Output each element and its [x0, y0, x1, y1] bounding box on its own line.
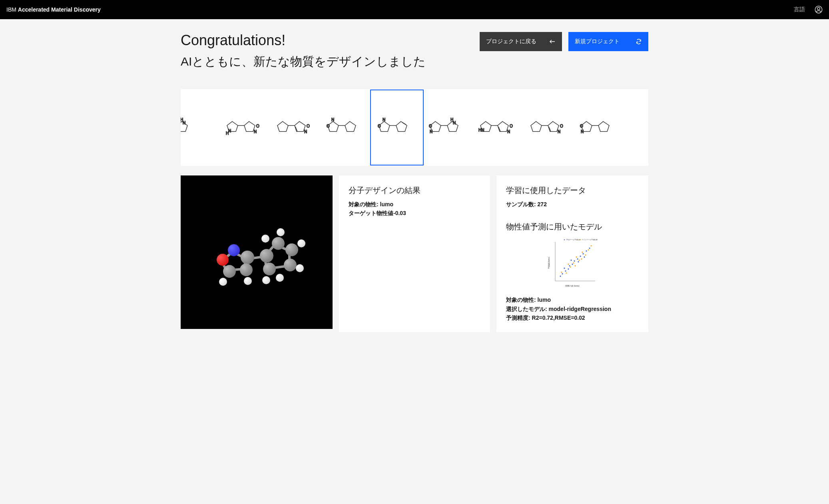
new-project-button[interactable]: 新規プロジェクト — [568, 32, 648, 51]
molecule-3d-viewer[interactable] — [181, 175, 333, 329]
new-project-label: 新規プロジェクト — [575, 38, 620, 45]
model-accuracy: 予測精度: R2=0.72,RMSE=0.02 — [506, 313, 639, 322]
svg-marker-45 — [548, 122, 559, 131]
prediction-chart: ■学習データ予測結果 ■テストデータ予測結果 実際の値 (lumo) 予測値 (… — [546, 237, 598, 289]
page-subtitle: AIとともに、新たな物質をデザインしました — [181, 54, 426, 70]
detail-row: 分子デザインの結果 対象の物性: lumo ターゲット物性値-0.03 学習に使… — [181, 175, 648, 332]
svg-text:O: O — [560, 124, 563, 128]
sample-count: サンプル数: 272 — [506, 200, 639, 209]
svg-text:N: N — [558, 129, 560, 134]
svg-text:O: O — [510, 124, 513, 128]
svg-text:N: N — [304, 129, 307, 134]
action-buttons: プロジェクトに戻る 新規プロジェクト — [480, 32, 648, 51]
svg-text:HN: HN — [478, 128, 484, 132]
molecule-structure-icon: HNNO — [225, 116, 265, 139]
svg-text:O: O — [580, 124, 583, 128]
svg-point-69 — [574, 261, 575, 262]
svg-text:N: N — [581, 129, 584, 134]
svg-text:テストデータ予測結果: テストデータ予測結果 — [582, 239, 598, 241]
svg-text:N: N — [331, 118, 334, 122]
svg-point-63 — [560, 276, 561, 277]
molecule-thumb[interactable]: HN — [181, 108, 221, 147]
title-block: Congratulations! AIとともに、新たな物質をデザインしました — [181, 32, 426, 70]
arrow-left-icon — [549, 38, 556, 45]
title-row: Congratulations! AIとともに、新たな物質をデザインしました プ… — [181, 32, 648, 70]
svg-text:N: N — [228, 129, 231, 133]
model-name: 選択したモデル: model-ridgeRegression — [506, 305, 639, 313]
svg-text:N: N — [254, 129, 257, 134]
data-heading: 学習に使用したデータ — [506, 185, 639, 196]
svg-text:N: N — [183, 121, 185, 125]
svg-text:O: O — [307, 124, 310, 128]
svg-point-80 — [566, 273, 567, 274]
back-to-project-button[interactable]: プロジェクトに戻る — [480, 32, 562, 51]
svg-text:O: O — [429, 124, 432, 128]
brand-prefix: IBM — [6, 6, 16, 13]
svg-point-68 — [572, 264, 573, 265]
molecule-structure-icon: ON — [377, 116, 417, 139]
svg-marker-43 — [531, 122, 542, 131]
molecule-thumb[interactable]: NO — [269, 108, 321, 147]
svg-marker-20 — [345, 122, 356, 131]
molecule-structure-icon: ONHN — [428, 116, 468, 139]
svg-point-89 — [568, 264, 569, 265]
svg-text:N: N — [430, 129, 432, 134]
molecule-thumb[interactable]: HNNO — [472, 108, 524, 147]
svg-point-71 — [580, 256, 581, 257]
molecule-carousel[interactable]: HN HNNO NO ON ON ONHN HNNO NO — [181, 89, 648, 166]
svg-text:学習データ予測結果: 学習データ予測結果 — [566, 239, 581, 241]
svg-marker-7 — [244, 122, 255, 131]
language-selector[interactable]: 言語 — [794, 6, 805, 13]
svg-point-86 — [585, 255, 586, 256]
molecule-thumb[interactable]: ONHN — [422, 108, 474, 147]
brand-name: Accelerated Material Discovery — [18, 6, 101, 13]
molecule-thumb-selected[interactable]: ON — [370, 90, 424, 165]
svg-marker-51 — [598, 122, 609, 131]
molecule-thumb[interactable]: HNNO — [219, 108, 271, 147]
svg-text:N: N — [453, 121, 456, 125]
molecule-structure-icon: NO — [275, 116, 315, 139]
molecule-structure-icon: ON — [326, 116, 366, 139]
svg-text:N: N — [507, 129, 510, 134]
svg-point-90 — [575, 265, 576, 267]
svg-point-83 — [576, 257, 577, 258]
molecule-thumb[interactable]: NO — [523, 108, 575, 147]
scatter-plot-icon: ■学習データ予測結果 ■テストデータ予測結果 実際の値 (lumo) 予測値 (… — [546, 237, 598, 289]
svg-point-73 — [586, 251, 587, 252]
svg-point-78 — [584, 257, 585, 258]
svg-text:実際の値 (lumo): 実際の値 (lumo) — [565, 285, 580, 287]
data-panel: 学習に使用したデータ サンプル数: 272 物性値予測に用いたモデル ■学習デー… — [496, 175, 648, 332]
svg-point-87 — [588, 249, 589, 251]
svg-text:予測値 (lumo): 予測値 (lumo) — [548, 257, 550, 269]
svg-point-75 — [564, 268, 565, 269]
molecule-thumb[interactable]: ON — [573, 108, 625, 147]
page-title: Congratulations! — [181, 32, 426, 49]
molecule-3d-model — [197, 200, 317, 304]
svg-text:O: O — [327, 124, 330, 128]
back-button-label: プロジェクトに戻る — [486, 38, 536, 45]
svg-point-76 — [571, 260, 572, 261]
svg-point-84 — [579, 260, 580, 261]
svg-point-82 — [573, 263, 574, 264]
result-target: ターゲット物性値-0.03 — [349, 209, 480, 217]
svg-point-64 — [562, 273, 563, 275]
molecule-structure-icon: HN — [181, 116, 215, 139]
molecule-structure-icon: NO — [529, 116, 569, 139]
result-property: 対象の物性: lumo — [349, 200, 480, 209]
model-heading: 物性値予測に用いたモデル — [506, 221, 639, 232]
molecule-thumb[interactable]: ON — [320, 108, 372, 147]
svg-point-88 — [591, 245, 592, 247]
app-header: IBM Accelerated Material Discovery 言語 — [0, 0, 829, 19]
brand: IBM Accelerated Material Discovery — [6, 6, 101, 13]
svg-marker-38 — [498, 122, 508, 131]
svg-text:O: O — [378, 124, 381, 128]
user-avatar-icon[interactable] — [815, 6, 823, 14]
svg-rect-54 — [546, 237, 598, 289]
svg-marker-25 — [396, 122, 407, 131]
svg-point-74 — [589, 248, 590, 249]
result-panel: 分子デザインの結果 対象の物性: lumo ターゲット物性値-0.03 — [339, 175, 490, 332]
svg-point-72 — [583, 253, 584, 255]
svg-point-79 — [561, 272, 562, 273]
result-heading: 分子デザインの結果 — [349, 185, 480, 196]
svg-point-65 — [565, 271, 566, 272]
